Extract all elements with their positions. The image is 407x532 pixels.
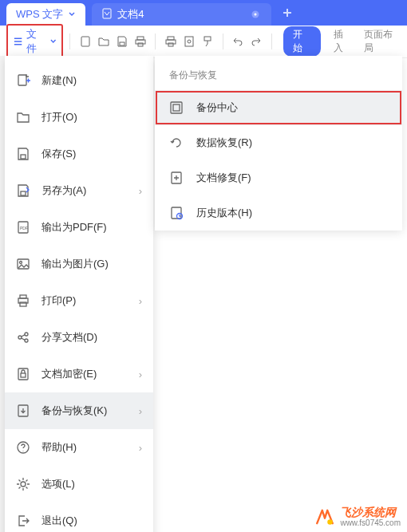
save-icon[interactable] [113,33,130,50]
chevron-right-icon: › [139,442,142,454]
menu-open-label: 打开(O) [41,110,77,124]
print-small-icon[interactable] [132,33,148,50]
menu-saveas-label: 另存为(A) [41,183,86,198]
svg-rect-15 [21,155,26,159]
toolbar-divider [69,33,70,49]
menu-help[interactable]: 帮助(H) › [5,429,153,466]
submenu-data-recover-label: 数据恢复(R) [196,136,252,150]
svg-rect-5 [137,37,144,40]
menu-save-label: 保存(S) [41,147,76,161]
menu-new-label: 新建(N) [41,73,77,88]
watermark-title: 飞沙系统网 [340,506,401,518]
chevron-right-icon: › [139,295,142,307]
menu-saveas[interactable]: 另存为(A) › [5,172,153,209]
menu-options-label: 选项(L) [41,477,75,491]
menu-print[interactable]: 打印(P) › [5,282,153,319]
svg-rect-13 [204,37,211,41]
ribbon-start[interactable]: 开始 [283,26,321,57]
submenu-backup-center-label: 备份中心 [196,100,238,115]
svg-rect-0 [103,9,111,18]
format-painter-icon[interactable] [200,33,216,50]
undo-icon[interactable] [230,33,247,50]
svg-rect-14 [18,75,26,85]
menu-backup-label: 备份与恢复(K) [41,404,107,418]
menu-new[interactable]: 新建(N) [5,62,153,99]
svg-point-20 [20,262,22,264]
tab-home-label: WPS 文字 [16,7,63,22]
submenu-backup-center[interactable]: 备份中心 [155,90,402,125]
file-menu-button[interactable]: 文件 [6,24,63,59]
svg-point-12 [188,40,191,43]
menu-export-pdf-label: 输出为PDF(F) [41,220,107,234]
svg-rect-33 [173,104,180,111]
submenu-history-label: 历史版本(H) [196,206,252,220]
svg-point-24 [18,336,22,339]
open-icon[interactable] [95,33,112,50]
menu-backup[interactable]: 备份与恢复(K) › [5,392,153,429]
submenu-doc-repair[interactable]: 文档修复(F) [155,160,402,195]
menu-share[interactable]: 分享文档(D) [5,319,153,356]
svg-rect-16 [21,191,26,195]
svg-rect-8 [168,37,174,40]
submenu-history[interactable]: 历史版本(H) [155,195,402,231]
file-menu: 新建(N) 打开(O) 保存(S) 另存为(A) › PDF 输出为PDF(F)… [5,56,153,532]
menu-print-label: 打印(P) [41,294,76,308]
svg-point-37 [328,519,334,525]
new-doc-icon[interactable] [77,33,93,50]
preview-icon[interactable] [180,33,197,50]
document-icon [101,8,113,22]
watermark-logo-icon [314,506,335,527]
menu-share-label: 分享文档(D) [41,330,97,345]
svg-rect-28 [21,373,26,377]
toolbar-divider [155,33,156,49]
menu-open[interactable]: 打开(O) [5,99,153,136]
menu-exit-label: 退出(Q) [41,514,77,528]
toolbar-divider [223,33,223,49]
chevron-right-icon: › [139,185,142,197]
menu-export-pdf[interactable]: PDF 输出为PDF(F) [5,209,153,246]
toolbar-divider [271,33,272,49]
svg-rect-4 [120,42,124,45]
svg-rect-11 [185,37,193,46]
add-tab-icon[interactable] [281,6,294,19]
menu-exit[interactable]: 退出(Q) [5,502,153,532]
chevron-right-icon: › [139,368,142,380]
chevron-right-icon: › [139,405,142,417]
tab-home[interactable]: WPS 文字 [6,3,85,26]
svg-point-2 [255,14,257,16]
redo-icon[interactable] [248,33,265,50]
file-menu-label: 文件 [26,27,45,56]
toolbar: 文件 开始 插入 页面布局 [0,26,407,58]
menu-help-label: 帮助(H) [41,440,77,455]
ribbon-insert[interactable]: 插入 [334,28,352,55]
menu-encrypt[interactable]: 文档加密(E) › [5,356,153,392]
menu-options[interactable]: 选项(L) [5,466,153,502]
print-icon[interactable] [162,33,179,50]
svg-point-25 [25,333,28,336]
tab-document[interactable]: 文档4 [92,3,271,26]
svg-point-31 [21,482,26,487]
submenu-doc-repair-label: 文档修复(F) [196,171,251,185]
ribbon-pagelayout[interactable]: 页面布局 [364,28,401,55]
tab-bar: WPS 文字 文档4 [0,0,407,26]
chevron-down-icon [68,9,76,21]
watermark: 飞沙系统网 www.fs0745.com [314,506,401,527]
menu-save[interactable]: 保存(S) [5,136,153,172]
submenu-title: 备份与恢复 [155,64,402,90]
menu-export-image-label: 输出为图片(G) [41,257,109,271]
svg-point-26 [25,339,28,342]
backup-submenu: 备份与恢复 备份中心 数据恢复(R) 文档修复(F) 历史版本(H) [155,56,402,231]
menu-encrypt-label: 文档加密(E) [41,367,97,381]
submenu-data-recover[interactable]: 数据恢复(R) [155,125,402,160]
svg-rect-3 [81,37,89,46]
watermark-url: www.fs0745.com [340,518,401,527]
svg-rect-32 [171,102,182,113]
menu-export-image[interactable]: 输出为图片(G) [5,246,153,282]
tab-document-label: 文档4 [117,7,144,22]
close-icon[interactable] [249,8,262,21]
svg-text:PDF: PDF [20,226,28,231]
